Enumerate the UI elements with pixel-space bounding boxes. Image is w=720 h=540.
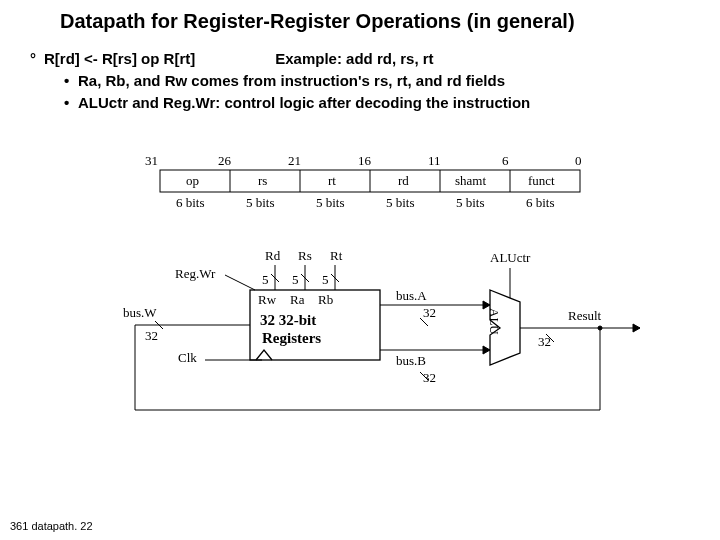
tick-16: 16 [358,153,371,169]
regfile-sub: Registers [262,330,321,347]
width-rt: 5 bits [316,195,345,211]
port-w-rt: 5 [322,272,329,288]
busw-width: 32 [145,328,158,344]
tick-11: 11 [428,153,441,169]
tick-26: 26 [218,153,231,169]
result-label: Result [568,308,601,324]
width-rd: 5 bits [386,195,415,211]
result-width: 32 [538,334,551,350]
regwr-label: Reg.Wr [175,266,215,282]
tick-0: 0 [575,153,582,169]
tick-21: 21 [288,153,301,169]
rb-label: Rb [318,292,333,308]
port-w-rd: 5 [262,272,269,288]
port-rs: Rs [298,248,312,264]
rw-label: Rw [258,292,276,308]
svg-marker-25 [633,324,640,332]
aluctr-label: ALUctr [490,250,530,266]
clk-label: Clk [178,350,197,366]
tick-31: 31 [145,153,158,169]
width-rs: 5 bits [246,195,275,211]
tick-6: 6 [502,153,509,169]
port-rt: Rt [330,248,342,264]
busa-label: bus.A [396,288,427,304]
slide-footer: 361 datapath. 22 [10,520,93,532]
port-rd: Rd [265,248,280,264]
page-title: Datapath for Register-Register Operation… [60,10,710,33]
busb-label: bus.B [396,353,426,369]
bullet-sub2: ALUctr and Reg.Wr: control logic after d… [78,94,530,111]
field-rd: rd [398,173,409,189]
field-op: op [186,173,199,189]
width-shamt: 5 bits [456,195,485,211]
busb-width: 32 [423,370,436,386]
bullet-main-left: R[rd] <- R[rs] op R[rt] [44,50,195,67]
field-rt: rt [328,173,336,189]
alu-label: ALU [486,308,502,335]
field-shamt: shamt [455,173,486,189]
regfile-title: 32 32-bit [260,312,316,329]
svg-marker-21 [483,346,490,354]
width-funct: 6 bits [526,195,555,211]
ra-label: Ra [290,292,304,308]
diagram: 31 26 21 16 11 6 0 op rs rt rd shamt fun… [0,150,720,500]
bullet-list: °R[rd] <- R[rs] op R[rt] Example: add rd… [30,48,700,113]
busw-label: bus.W [123,305,157,321]
svg-line-13 [225,275,255,290]
svg-point-30 [598,326,602,330]
busa-width: 32 [423,305,436,321]
bullet-main-right: Example: add rd, rs, rt [275,48,433,70]
field-funct: funct [528,173,555,189]
port-w-rs: 5 [292,272,299,288]
bullet-sub1: Ra, Rb, and Rw comes from instruction's … [78,72,505,89]
field-rs: rs [258,173,267,189]
width-op: 6 bits [176,195,205,211]
